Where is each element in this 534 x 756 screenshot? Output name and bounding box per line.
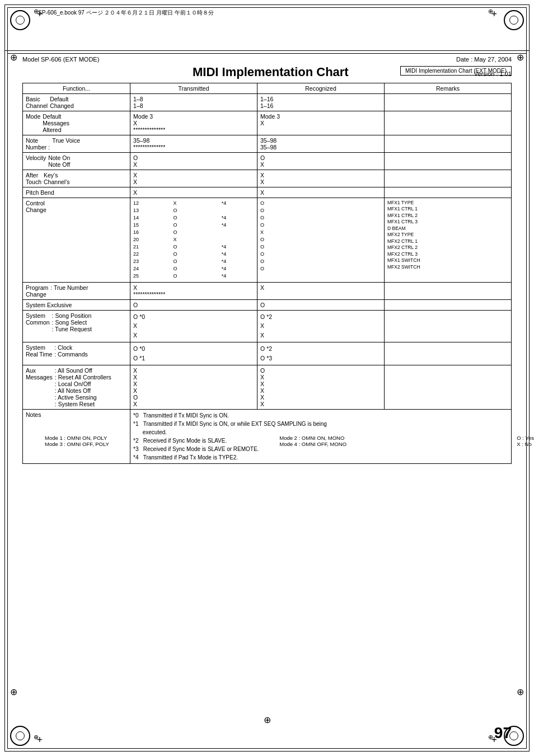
rx-pitch-bend: X: [257, 187, 385, 198]
cc-vals-col: XOOOOXOOOOO: [172, 200, 222, 280]
page-number: 97: [494, 724, 512, 742]
chart-title-area: MIDI Implementation Chart Version : 1.01: [22, 65, 512, 79]
header-separator-outer: [4, 50, 530, 51]
row-mode: Mode DefaultMessagesAltered Mode 3X*****…: [23, 111, 512, 135]
func-note-number: NoteNumber : True Voice: [23, 135, 130, 153]
crosshair-lower-left: ⊕: [10, 687, 17, 697]
rx-system-exclusive: O: [257, 299, 385, 310]
rem-velocity: [384, 153, 511, 170]
border-right-outer: [529, 4, 530, 752]
tx-program-change: X**************: [130, 282, 257, 299]
crosshair-top-right: ⊕: [488, 8, 500, 20]
table-header-row: Function... Transmitted Recognized Remar…: [23, 83, 512, 94]
page: ⊕ ⊕ ⊕ ⊕ ⊕ ⊕ ⊕ ⊕ SP-606_e.book 97 ページ ２０４…: [0, 0, 534, 756]
crosshair-lower-right: ⊕: [517, 687, 524, 697]
sc-tx-stars: *0: [138, 312, 147, 340]
tx-note-number: 35–98**************: [130, 135, 257, 153]
border-bottom-outer: [4, 751, 530, 752]
crosshair-bottom-left: ⊕: [34, 734, 46, 746]
row-pitch-bend: Pitch Bend X X: [23, 187, 512, 198]
rx-velocity: OX: [257, 153, 385, 170]
tx-aux-messages: XXXXOX: [130, 365, 257, 409]
srt-rx-inner: OO *2*3: [260, 344, 274, 363]
header-transmitted: Transmitted: [130, 83, 257, 94]
row-system-common: SystemCommon : Song Position: Song Selec…: [23, 310, 512, 342]
cc-stars-col: *4 *4*4 *4*4*4*4*4: [222, 200, 254, 280]
footer-col3: O : Yes X : No: [517, 435, 534, 447]
tx-basic-channel: 1–81–8: [130, 94, 257, 111]
func-after-touch: AfterTouch Key'sChannel's: [23, 170, 130, 187]
row-aux-messages: AuxMessages : All Sound Off: Reset All C…: [23, 365, 512, 409]
border-top-inner: [7, 7, 527, 8]
srt-rx-row: OO *2*3: [260, 344, 274, 363]
border-left-outer: [4, 4, 5, 752]
date-label: Date : May 27, 2004: [456, 56, 512, 63]
row-note-number: NoteNumber : True Voice 35–98***********…: [23, 135, 512, 153]
footer-legend: Mode 1 : OMNI ON, POLY Mode 3 : OMNI OFF…: [45, 435, 534, 447]
border-right-inner: [526, 7, 527, 749]
func-program-change: ProgramChange : True Number: [23, 282, 130, 299]
tx-mode: Mode 3X**************: [130, 111, 257, 135]
srt-rx-vals: OO: [260, 344, 265, 363]
func-velocity: Velocity Note OnNote Off: [23, 153, 130, 170]
srt-rx-stars: *2*3: [265, 344, 274, 363]
crosshair-mid-left: ⊕: [10, 52, 17, 63]
rem-pitch-bend: [384, 187, 511, 198]
rem-after-touch: [384, 170, 511, 187]
rx-note-number: 35–9835–98: [257, 135, 385, 153]
tx-after-touch: XX: [130, 170, 257, 187]
rx-control-change: OOOOXOOOOO: [257, 198, 385, 283]
corner-tr: [504, 10, 524, 30]
rx-after-touch: XX: [257, 170, 385, 187]
cc-tx-row: 1213141516202122232425 XOOOOXOOOOO *4 *4…: [133, 200, 254, 280]
sc-tx-vals: OXX: [133, 312, 138, 340]
row-after-touch: AfterTouch Key'sChannel's XX XX: [23, 170, 512, 187]
rem-mode: [384, 111, 511, 135]
model-date-line: Model SP-606 (EXT MODE) Date : May 27, 2…: [22, 56, 512, 63]
header-function: Function...: [23, 83, 130, 94]
crosshair-bottom-center: ⊕: [264, 715, 271, 725]
midi-table: Function... Transmitted Recognized Remar…: [22, 83, 512, 464]
border-bottom-inner: [7, 748, 527, 749]
rem-control-change: MFX1 TYPEMFX1 CTRL 1MFX1 CTRL 2MFX1 CTRL…: [384, 198, 511, 283]
rem-system-exclusive: [384, 299, 511, 310]
header-recognized: Recognized: [257, 83, 385, 94]
rx-system-common: OXX *2: [257, 310, 385, 342]
func-control-change: ControlChange: [23, 198, 130, 283]
func-system-realtime: SystemReal Time : Clock: Commands: [23, 342, 130, 365]
func-basic-channel: BasicChannel DefaultChanged: [23, 94, 130, 111]
srt-tx-inner: OO *0*1: [133, 344, 147, 363]
func-pitch-bend: Pitch Bend: [23, 187, 130, 198]
model-label: Model SP-606 (EXT MODE): [22, 56, 99, 63]
footer-col1: Mode 1 : OMNI ON, POLY Mode 3 : OMNI OFF…: [45, 435, 109, 447]
rem-system-realtime: [384, 342, 511, 365]
cc-rx-vals: OOOOXOOOOO: [260, 200, 381, 273]
file-info: SP-606_e.book 97 ページ ２０４年６月２１日 月曜日 午前１０時…: [38, 9, 214, 17]
tx-system-exclusive: O: [130, 299, 257, 310]
corner-bl: [10, 726, 30, 746]
sc-rx-inner: OXX *2: [260, 312, 274, 340]
sc-tx-inner: OXX *0: [133, 312, 147, 340]
func-mode: Mode DefaultMessagesAltered: [23, 111, 130, 135]
rem-program-change: [384, 282, 511, 299]
rx-aux-messages: OXXXXX: [257, 365, 385, 409]
chart-main-title: MIDI Implementation Chart: [67, 65, 474, 79]
crosshair-mid-right: ⊕: [517, 52, 524, 63]
header-remarks: Remarks: [384, 83, 511, 94]
cc-remarks-text: MFX1 TYPEMFX1 CTRL 1MFX1 CTRL 2MFX1 CTRL…: [387, 200, 508, 270]
tx-system-realtime: OO *0*1: [130, 342, 257, 365]
row-basic-channel: BasicChannel DefaultChanged 1–81–8 1–161…: [23, 94, 512, 111]
rem-system-common: [384, 310, 511, 342]
srt-tx-stars: *0*1: [138, 344, 147, 363]
row-program-change: ProgramChange : True Number X***********…: [23, 282, 512, 299]
tx-velocity: OX: [130, 153, 257, 170]
func-aux-messages: AuxMessages : All Sound Off: Reset All C…: [23, 365, 130, 409]
footer-col2: Mode 2 : OMNI ON, MONO Mode 4 : OMNI OFF…: [279, 435, 346, 447]
func-system-common: SystemCommon : Song Position: Song Selec…: [23, 310, 130, 342]
row-system-exclusive: System Exclusive O O: [23, 299, 512, 310]
rem-note-number: [384, 135, 511, 153]
func-system-exclusive: System Exclusive: [23, 299, 130, 310]
sc-tx-row: OXX *0: [133, 312, 147, 340]
rem-aux-messages: [384, 365, 511, 409]
cc-tx-inner: 1213141516202122232425 XOOOOXOOOOO *4 *4…: [133, 200, 254, 280]
